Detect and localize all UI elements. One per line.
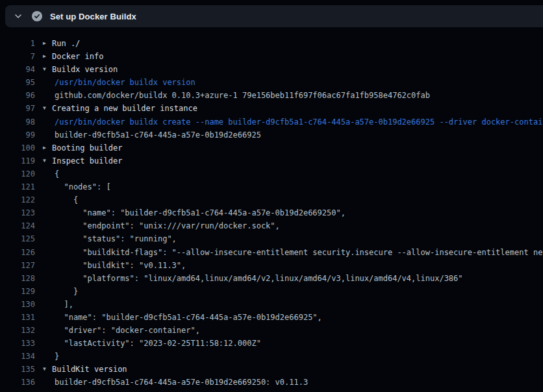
- log-line[interactable]: 1▶Run ./: [0, 37, 543, 50]
- line-number[interactable]: 129: [0, 285, 35, 298]
- log-line: 133 "lastActivity": "2023-02-25T11:58:12…: [0, 337, 543, 350]
- log-line: 134}: [0, 350, 543, 363]
- log-text: "lastActivity": "2023-02-25T11:58:12.000…: [55, 337, 261, 350]
- triangle-right-icon[interactable]: ▶: [43, 37, 52, 50]
- log-line: 124 "endpoint": "unix:///var/run/docker.…: [0, 219, 543, 232]
- log-text: builder-d9cfb5a1-c764-445a-a57e-0b19d2e6…: [55, 376, 308, 389]
- line-number[interactable]: 98: [0, 116, 35, 129]
- check-circle-icon: [32, 11, 42, 21]
- line-number[interactable]: 7: [0, 50, 35, 63]
- line-number[interactable]: 127: [0, 259, 35, 272]
- group-label[interactable]: Booting builder: [52, 141, 122, 154]
- log-line: 120{: [0, 167, 543, 180]
- log-line: 96github.com/docker/buildx 0.10.3+azure-…: [0, 89, 543, 102]
- log-text: "buildkit": "v0.11.3",: [55, 259, 186, 272]
- triangle-right-icon[interactable]: ▶: [43, 141, 52, 154]
- group-label[interactable]: Creating a new builder instance: [52, 102, 197, 115]
- line-number[interactable]: 99: [0, 129, 35, 141]
- log-text: "name": "builder-d9cfb5a1-c764-445a-a57e…: [55, 206, 346, 219]
- log-line: 128 "platforms": "linux/amd64,linux/amd6…: [0, 272, 543, 285]
- log-text: "platforms": "linux/amd64,linux/amd64/v2…: [55, 272, 463, 285]
- triangle-down-icon[interactable]: ▼: [43, 363, 52, 376]
- line-number[interactable]: 123: [0, 206, 35, 219]
- line-number[interactable]: 132: [0, 324, 35, 337]
- log-text: github.com/docker/buildx 0.10.3+azure-1 …: [55, 89, 430, 102]
- line-number[interactable]: 94: [0, 63, 35, 76]
- line-number[interactable]: 133: [0, 337, 35, 350]
- triangle-down-icon[interactable]: ▼: [43, 154, 52, 167]
- log-text: }: [55, 350, 59, 363]
- log-text: "status": "running",: [55, 232, 177, 245]
- log-line: 132 "driver": "docker-container",: [0, 324, 543, 337]
- line-number[interactable]: 95: [0, 76, 35, 89]
- log-text: "driver": "docker-container",: [55, 324, 200, 337]
- log-line: 127 "buildkit": "v0.11.3",: [0, 259, 543, 272]
- log-line[interactable]: 135▼BuildKit version: [0, 363, 543, 376]
- log-line: 131 "name": "builder-d9cfb5a1-c764-445a-…: [0, 311, 543, 324]
- line-number[interactable]: 134: [0, 350, 35, 363]
- line-number[interactable]: 120: [0, 167, 35, 180]
- line-number[interactable]: 135: [0, 363, 35, 376]
- log-line: 122 {: [0, 193, 543, 206]
- line-number[interactable]: 136: [0, 376, 35, 389]
- line-number[interactable]: 128: [0, 272, 35, 285]
- log-line[interactable]: 7▶Docker info: [0, 50, 543, 63]
- triangle-down-icon[interactable]: ▼: [43, 63, 52, 76]
- line-number[interactable]: 1: [0, 37, 35, 50]
- log-text: builder-d9cfb5a1-c764-445a-a57e-0b19d2e6…: [55, 129, 261, 141]
- triangle-down-icon[interactable]: ▼: [43, 102, 52, 115]
- line-number[interactable]: 124: [0, 219, 35, 232]
- log-text: {: [55, 193, 78, 206]
- log-line: 95/usr/bin/docker buildx version: [0, 76, 543, 89]
- log-line: 98/usr/bin/docker buildx create --name b…: [0, 116, 543, 129]
- log-text: "nodes": [: [55, 180, 111, 193]
- line-number[interactable]: 125: [0, 232, 35, 245]
- group-label[interactable]: Inspect builder: [52, 154, 122, 167]
- log-text: {: [55, 167, 59, 180]
- log-line[interactable]: 97▼Creating a new builder instance: [0, 102, 543, 115]
- line-number[interactable]: 96: [0, 89, 35, 102]
- group-label[interactable]: Buildx version: [52, 63, 118, 76]
- log-line[interactable]: 100▶Booting builder: [0, 141, 543, 154]
- log-line: 129 }: [0, 285, 543, 298]
- log-line: 125 "status": "running",: [0, 232, 543, 245]
- log-text: "buildkitd-flags": "--allow-insecure-ent…: [55, 246, 543, 259]
- log-line: 136builder-d9cfb5a1-c764-445a-a57e-0b19d…: [0, 376, 543, 389]
- group-label[interactable]: Docker info: [52, 50, 103, 63]
- line-number[interactable]: 100: [0, 141, 35, 154]
- command-text: /usr/bin/docker buildx version: [55, 76, 196, 89]
- log-line: 130 ],: [0, 298, 543, 311]
- line-number[interactable]: 122: [0, 193, 35, 206]
- log-text: ],: [55, 298, 73, 311]
- log-lines: 1▶Run ./7▶Docker info94▼Buildx version95…: [0, 27, 543, 389]
- line-number[interactable]: 126: [0, 246, 35, 259]
- log-line: 121 "nodes": [: [0, 180, 543, 193]
- step-header[interactable]: Set up Docker Buildx: [5, 5, 543, 27]
- group-label[interactable]: Run ./: [52, 37, 80, 50]
- log-text: }: [55, 285, 78, 298]
- line-number[interactable]: 121: [0, 180, 35, 193]
- line-number[interactable]: 119: [0, 154, 35, 167]
- log-text: "name": "builder-d9cfb5a1-c764-445a-a57e…: [55, 311, 322, 324]
- line-number[interactable]: 131: [0, 311, 35, 324]
- group-label[interactable]: BuildKit version: [52, 363, 127, 376]
- log-line: 126 "buildkitd-flags": "--allow-insecure…: [0, 246, 543, 259]
- log-line: 123 "name": "builder-d9cfb5a1-c764-445a-…: [0, 206, 543, 219]
- log-line: 99builder-d9cfb5a1-c764-445a-a57e-0b19d2…: [0, 129, 543, 141]
- log-text: "endpoint": "unix:///var/run/docker.sock…: [55, 219, 280, 232]
- log-line[interactable]: 119▼Inspect builder: [0, 154, 543, 167]
- chevron-down-icon[interactable]: [13, 11, 23, 21]
- line-number[interactable]: 97: [0, 102, 35, 115]
- triangle-right-icon[interactable]: ▶: [43, 50, 52, 63]
- command-text: /usr/bin/docker buildx create --name bui…: [55, 116, 543, 129]
- log-line[interactable]: 94▼Buildx version: [0, 63, 543, 76]
- line-number[interactable]: 130: [0, 298, 35, 311]
- step-title: Set up Docker Buildx: [50, 12, 136, 21]
